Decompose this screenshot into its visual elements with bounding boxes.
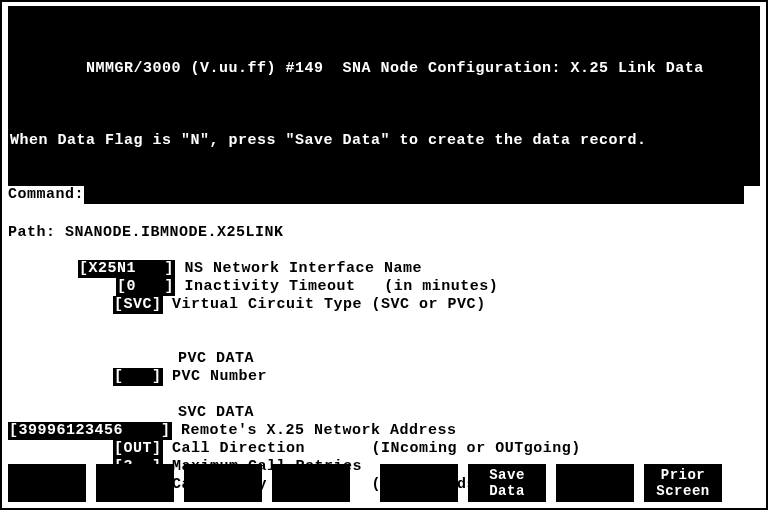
fkey-f5[interactable] bbox=[380, 464, 458, 502]
terminal-screen: NMMGR/3000 (V.uu.ff) #149 SNA Node Confi… bbox=[0, 0, 768, 510]
inactivity-label: Inactivity Timeout bbox=[185, 278, 356, 295]
pvc-section-label: PVC DATA bbox=[178, 350, 254, 367]
call-dir-input[interactable]: [OUT] bbox=[113, 440, 163, 458]
pvc-number-input[interactable]: [ ] bbox=[113, 368, 163, 386]
pvc-number-label: PVC Number bbox=[172, 368, 267, 385]
command-input[interactable] bbox=[84, 186, 744, 204]
command-label: Command: bbox=[8, 186, 84, 203]
fkey-f7[interactable] bbox=[556, 464, 634, 502]
path-label: Path: bbox=[8, 224, 56, 241]
call-dir-hint: (INcoming or OUTgoing) bbox=[372, 440, 581, 457]
vctype-input[interactable]: [SVC] bbox=[113, 296, 163, 314]
title-bar: NMMGR/3000 (V.uu.ff) #149 SNA Node Confi… bbox=[8, 6, 760, 186]
vctype-hint: (SVC or PVC) bbox=[372, 296, 486, 313]
inactivity-hint: (in minutes) bbox=[384, 278, 498, 295]
path-value: SNANODE.IBMNODE.X25LINK bbox=[65, 224, 284, 241]
fkey-f3[interactable] bbox=[184, 464, 262, 502]
fkey-save-data[interactable]: SaveData bbox=[468, 464, 546, 502]
vctype-label: Virtual Circuit Type bbox=[172, 296, 362, 313]
fkey-prior-screen[interactable]: PriorScreen bbox=[644, 464, 722, 502]
fkey-f2[interactable] bbox=[96, 464, 174, 502]
hint-line: When Data Flag is "N", press "Save Data"… bbox=[10, 132, 758, 150]
function-key-row: SaveData PriorScreen bbox=[8, 464, 760, 502]
fkey-f4[interactable] bbox=[272, 464, 350, 502]
ns-if-label: NS Network Interface Name bbox=[185, 260, 423, 277]
remote-addr-label: Remote's X.25 Network Address bbox=[181, 422, 457, 439]
call-dir-label: Call Direction bbox=[172, 440, 305, 457]
svc-section-label: SVC DATA bbox=[178, 404, 254, 421]
command-row: Command: bbox=[8, 186, 760, 204]
remote-addr-input[interactable]: [39996123456 ] bbox=[8, 422, 172, 440]
inactivity-input[interactable]: [0 ] bbox=[116, 278, 175, 296]
ns-if-input[interactable]: [X25N1 ] bbox=[78, 260, 175, 278]
screen-title: SNA Node Configuration: X.25 Link Data bbox=[343, 60, 704, 77]
fkey-f1[interactable] bbox=[8, 464, 86, 502]
app-id: NMMGR/3000 (V.uu.ff) #149 bbox=[86, 60, 324, 77]
